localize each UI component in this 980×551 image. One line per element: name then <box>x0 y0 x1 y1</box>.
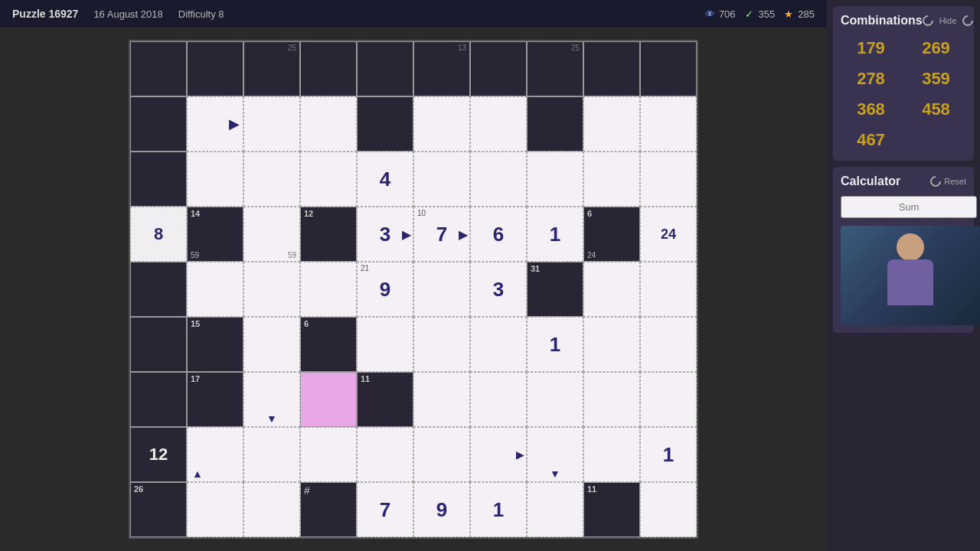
cell-6-6[interactable] <box>470 372 527 427</box>
cell-3-7[interactable]: 1 <box>527 207 583 262</box>
cell-3-5[interactable]: 10 7 ▶ <box>413 207 470 262</box>
cell-4-8[interactable] <box>583 262 640 317</box>
cell-7-1[interactable]: ▲ <box>187 427 243 482</box>
cell-8-9[interactable] <box>640 482 697 537</box>
cell-4-5[interactable] <box>413 262 470 317</box>
cell-4-1[interactable] <box>187 262 243 317</box>
cell-5-9[interactable] <box>640 317 697 372</box>
cell-3-6[interactable]: 6 <box>470 207 527 262</box>
cell-4-3[interactable] <box>300 262 357 317</box>
cell-7-7[interactable]: ▼ <box>527 427 583 482</box>
cell-8-4[interactable]: 7 <box>357 482 413 537</box>
cell-8-2[interactable] <box>243 482 300 537</box>
cell-4-6[interactable]: 3 <box>470 262 527 317</box>
cell-7-2[interactable] <box>243 427 300 482</box>
cell-4-2[interactable] <box>243 262 300 317</box>
combo-368: 368 <box>841 96 901 122</box>
cell-7-0: 12 <box>130 427 187 482</box>
star-icon: ★ <box>784 8 795 19</box>
puzzle-title: Puzzle 16927 <box>12 8 78 20</box>
cell-1-6[interactable] <box>470 96 527 152</box>
cell-5-2[interactable] <box>243 317 300 372</box>
cell-6-2[interactable]: ▼ <box>243 372 300 427</box>
cell-2-6[interactable] <box>470 152 527 207</box>
cell-7-8[interactable] <box>583 427 640 482</box>
top-bar: Puzzle 16927 16 August 2018 Difficulty 8… <box>0 0 827 28</box>
cell-8-0: 26 <box>130 482 187 537</box>
cell-7-6[interactable]: ▶ <box>470 427 527 482</box>
cell-0-4 <box>357 41 413 96</box>
puzzle-difficulty: Difficulty 8 <box>178 8 224 20</box>
cell-1-1[interactable]: ▶ <box>187 96 243 152</box>
cell-7-3[interactable] <box>300 427 357 482</box>
cell-value-8-5: 9 <box>436 498 447 522</box>
cell-2-3[interactable] <box>300 152 357 207</box>
cell-8-7[interactable] <box>527 482 583 537</box>
cell-6-9[interactable] <box>640 372 697 427</box>
cell-6-3[interactable] <box>300 372 357 427</box>
cell-1-8[interactable] <box>583 96 640 152</box>
cell-8-5[interactable]: 9 <box>413 482 470 537</box>
cell-3-2[interactable]: 59 <box>243 207 300 262</box>
cell-0-6 <box>470 41 527 96</box>
cell-3-4[interactable]: 3 ▶ <box>357 207 413 262</box>
cell-6-5[interactable] <box>413 372 470 427</box>
cell-0-2: 25 <box>243 41 300 96</box>
cell-4-4[interactable]: 21 9 <box>357 262 413 317</box>
calculator-inputs <box>841 196 966 218</box>
cell-value-8-6: 1 <box>493 498 504 522</box>
cell-value-3-7: 1 <box>550 223 560 246</box>
combo-269: 269 <box>906 35 966 61</box>
check-icon: ✓ <box>745 8 756 19</box>
cell-3-3: 12 <box>300 207 357 262</box>
combinations-hide-button[interactable]: Hide <box>939 16 957 25</box>
cell-5-6[interactable] <box>470 317 527 372</box>
calculator-title: Calculator <box>841 174 900 188</box>
cell-1-9[interactable] <box>640 96 697 152</box>
cell-7-5[interactable] <box>413 427 470 482</box>
cell-3-9[interactable]: 24 <box>640 207 697 262</box>
combo-467: 467 <box>841 127 901 153</box>
combo-278: 278 <box>841 66 901 92</box>
cell-value-3-9: 24 <box>661 227 676 243</box>
cell-2-1[interactable] <box>187 152 243 207</box>
cell-0-8 <box>583 41 640 96</box>
cell-7-4[interactable] <box>357 427 413 482</box>
cell-2-0 <box>130 152 187 207</box>
cell-5-7[interactable]: 1 <box>527 317 583 372</box>
cell-7-9[interactable]: 1 <box>640 427 697 482</box>
cell-value-3-5: 7 <box>436 223 447 246</box>
calculator-reset-button[interactable]: Reset <box>944 177 966 186</box>
cell-5-0 <box>130 317 187 372</box>
cell-2-9[interactable] <box>640 152 697 207</box>
combinations-hide-icon <box>920 13 936 28</box>
cell-8-6[interactable]: 1 <box>470 482 527 537</box>
cell-value-3-6: 6 <box>493 223 504 246</box>
cell-value-8-4: 7 <box>380 498 390 522</box>
cell-5-4[interactable] <box>357 317 413 372</box>
clue-0-2-top: 25 <box>288 44 296 52</box>
cell-2-4[interactable]: 4 <box>357 152 413 207</box>
calculator-header: Calculator Reset <box>841 174 966 188</box>
cell-2-7[interactable] <box>527 152 583 207</box>
cell-5-5[interactable] <box>413 317 470 372</box>
combo-359: 359 <box>906 66 966 92</box>
cell-6-7[interactable] <box>527 372 583 427</box>
cell-2-5[interactable] <box>413 152 470 207</box>
calculator-reset-icon <box>928 174 943 189</box>
stats-bar: 👁 706 ✓ 355 ★ 285 <box>705 8 815 20</box>
cell-3-0[interactable]: 8 <box>130 207 187 262</box>
cell-6-8[interactable] <box>583 372 640 427</box>
cell-value-2-4: 4 <box>380 168 390 191</box>
cell-4-9[interactable] <box>640 262 697 317</box>
sum-input[interactable] <box>841 196 977 218</box>
cell-5-1: 15 <box>187 317 243 372</box>
cell-1-5[interactable] <box>413 96 470 152</box>
cell-1-3[interactable] <box>300 96 357 152</box>
cell-2-2[interactable] <box>243 152 300 207</box>
cell-5-8[interactable] <box>583 317 640 372</box>
cell-1-2[interactable] <box>243 96 300 152</box>
cell-2-8[interactable] <box>583 152 640 207</box>
cell-8-1[interactable] <box>187 482 243 537</box>
cell-value-3-0: 8 <box>154 224 163 244</box>
